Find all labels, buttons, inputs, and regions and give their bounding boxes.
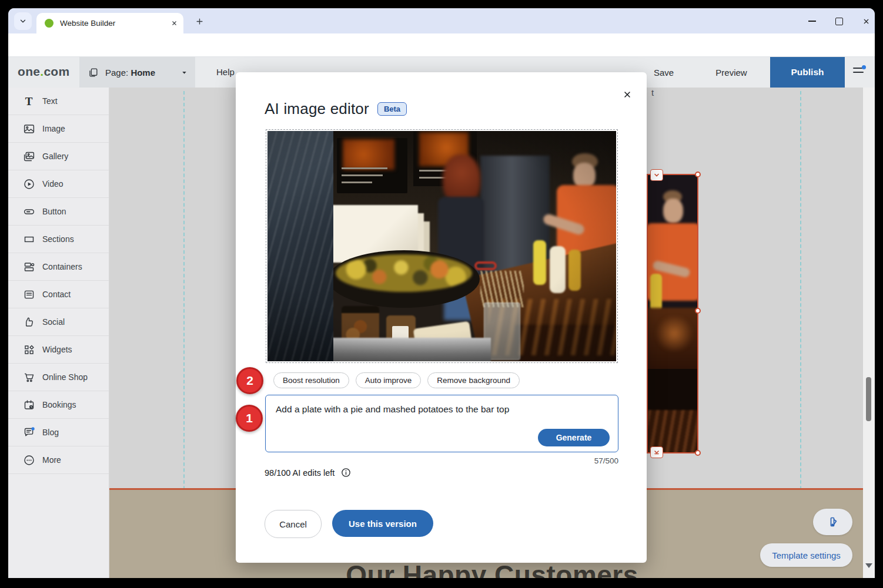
annotation-step-2: 2 — [236, 367, 263, 394]
browser-tab-strip: Website Builder — [8, 8, 875, 33]
social-thumbs-up-icon — [22, 315, 35, 328]
annotation-step-1: 1 — [236, 405, 263, 432]
help-menu[interactable]: Help — [216, 67, 235, 77]
boost-resolution-chip[interactable]: Boost resolution — [273, 372, 349, 388]
sidebar-item-more[interactable]: More — [8, 446, 109, 474]
new-tab-button[interactable] — [192, 14, 208, 29]
notification-dot — [862, 65, 866, 69]
window-close-button[interactable] — [857, 13, 875, 29]
sections-icon — [22, 233, 35, 246]
preview-button[interactable]: Preview — [705, 57, 758, 88]
editable-image-preview[interactable] — [266, 129, 618, 363]
sidebar-item-blog[interactable]: Blog — [8, 419, 109, 446]
sidebar-item-sections[interactable]: Sections — [8, 226, 109, 253]
modal-close-button[interactable] — [620, 88, 634, 102]
page-selector-label: Page: Home — [105, 68, 180, 78]
element-chevron-badge-bottom[interactable] — [650, 446, 663, 458]
save-button[interactable]: Save — [643, 57, 684, 88]
character-counter: 57/500 — [265, 456, 618, 465]
page-scrollbar[interactable] — [863, 88, 875, 578]
containers-icon — [22, 260, 35, 273]
browser-window: Website Builder — [8, 8, 875, 578]
gallery-icon — [22, 150, 35, 163]
tab-search-button[interactable] — [14, 12, 32, 30]
builder-menu-button[interactable] — [853, 68, 864, 73]
sidebar-item-gallery[interactable]: Gallery — [8, 143, 109, 170]
shopping-cart-icon — [22, 371, 35, 384]
element-sidebar: T Text Image Gallery Video Button — [8, 88, 109, 578]
quick-action-chips: Boost resolution Auto improve Remove bac… — [273, 372, 520, 388]
tab-title: Website Builder — [60, 19, 171, 28]
remove-background-chip[interactable]: Remove background — [427, 372, 520, 388]
sidebar-item-containers[interactable]: Containers — [8, 253, 109, 281]
scrollbar-thumb[interactable] — [866, 377, 871, 421]
blog-icon — [22, 426, 35, 439]
selected-image-fragment — [648, 175, 697, 452]
scrollbar-down-arrow[interactable] — [865, 563, 872, 568]
modal-title: AI image editor — [265, 100, 369, 118]
sidebar-item-social[interactable]: Social — [8, 308, 109, 336]
close-icon — [862, 18, 870, 25]
tab-favicon — [45, 19, 53, 28]
chevron-down-icon — [19, 17, 27, 25]
window-maximize-button[interactable] — [830, 13, 848, 29]
sidebar-item-video[interactable]: Video — [8, 170, 109, 198]
sidebar-item-text[interactable]: T Text — [8, 88, 109, 115]
restaurant-photo — [267, 131, 616, 361]
element-chevron-badge-top[interactable] — [650, 169, 663, 181]
pages-icon — [88, 67, 99, 78]
sidebar-item-image[interactable]: Image — [8, 115, 109, 143]
style-palette-button[interactable] — [813, 509, 852, 535]
close-icon — [623, 90, 632, 99]
browser-tab[interactable]: Website Builder — [36, 13, 183, 33]
generate-button[interactable]: Generate — [538, 429, 610, 446]
page-selector[interactable]: Page: Home — [79, 57, 195, 88]
cancel-button[interactable]: Cancel — [265, 510, 322, 538]
resize-handle-top-right[interactable] — [695, 172, 701, 177]
resize-handle-bottom-right[interactable] — [695, 450, 701, 456]
one-com-logo: one.com — [18, 65, 69, 79]
ai-edits-left-label: 98/100 AI edits left — [265, 468, 335, 478]
palette-swatch-icon — [826, 515, 840, 529]
prompt-text[interactable]: Add a plate with a pie and mashed potato… — [276, 404, 608, 416]
auto-improve-chip[interactable]: Auto improve — [356, 372, 422, 388]
publish-button[interactable]: Publish — [770, 57, 845, 88]
beta-badge: Beta — [377, 102, 407, 116]
info-icon[interactable] — [340, 467, 352, 478]
video-icon — [22, 177, 35, 190]
tab-close-icon[interactable] — [171, 20, 178, 26]
maximize-icon — [835, 18, 843, 25]
use-this-version-button[interactable]: Use this version — [332, 510, 433, 537]
sidebar-item-widgets[interactable]: Widgets — [8, 336, 109, 364]
bookings-calendar-icon — [22, 398, 35, 411]
resize-handle-right-middle[interactable] — [695, 308, 701, 314]
browser-toolbar — [8, 33, 875, 57]
widgets-icon — [22, 343, 35, 356]
window-minimize-button[interactable] — [803, 13, 821, 29]
prompt-textarea[interactable]: Add a plate with a pie and mashed potato… — [265, 395, 618, 452]
contact-icon — [22, 288, 35, 301]
ai-image-editor-modal: AI image editor Beta — [236, 72, 647, 563]
image-icon — [22, 122, 35, 135]
button-icon — [22, 205, 35, 218]
text-icon: T — [22, 95, 35, 107]
more-icon — [22, 453, 35, 466]
sidebar-item-contact[interactable]: Contact — [8, 281, 109, 308]
selected-image-element[interactable] — [647, 174, 698, 453]
sidebar-item-bookings[interactable]: Bookings — [8, 391, 109, 419]
sidebar-item-button[interactable]: Button — [8, 198, 109, 226]
sidebar-item-online-shop[interactable]: Online Shop — [8, 364, 109, 391]
chevron-down-icon — [180, 69, 188, 76]
minimize-icon — [808, 21, 816, 22]
covered-text-fragment: t — [651, 88, 654, 98]
plus-icon — [195, 17, 204, 26]
template-settings-button[interactable]: Template settings — [760, 543, 852, 567]
